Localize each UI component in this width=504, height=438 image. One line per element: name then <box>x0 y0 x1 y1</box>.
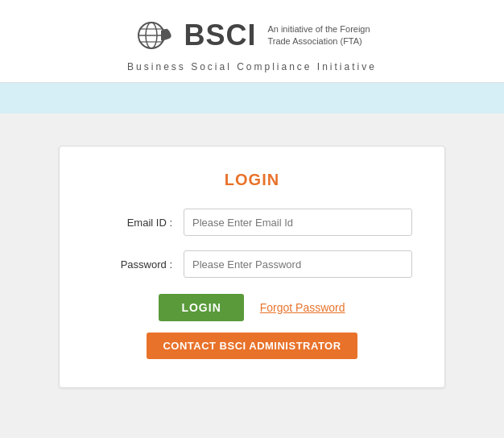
login-button[interactable]: LOGIN <box>159 294 243 321</box>
button-row: LOGIN Forgot Password <box>92 294 412 321</box>
forgot-password-link[interactable]: Forgot Password <box>260 301 345 314</box>
login-title: LOGIN <box>92 171 412 189</box>
bsci-brand-text: BSCI <box>184 19 256 52</box>
main-content: LOGIN Email ID : Password : LOGIN Forgot… <box>0 114 504 420</box>
marquee-text: g to improve performance on 30 July 2016… <box>0 93 504 105</box>
email-row: Email ID : <box>92 209 412 236</box>
bsci-logo-icon <box>134 14 176 56</box>
password-label: Password : <box>92 258 172 271</box>
subtitle: Business Social Compliance Initiative <box>127 61 377 72</box>
tagline-line2: Trade Association (FTA) <box>267 35 370 48</box>
contact-row: CONTACT BSCI ADMINISTRATOR <box>92 333 412 359</box>
header: BSCI An initiative of the Foreign Trade … <box>0 0 504 83</box>
tagline: An initiative of the Foreign Trade Assoc… <box>267 23 370 48</box>
marquee-banner: g to improve performance on 30 July 2016… <box>0 83 504 114</box>
login-box: LOGIN Email ID : Password : LOGIN Forgot… <box>59 146 445 388</box>
logo-icon <box>134 14 176 56</box>
email-label: Email ID : <box>92 217 172 229</box>
email-input[interactable] <box>184 209 412 236</box>
password-input[interactable] <box>184 250 412 278</box>
password-row: Password : <box>92 250 412 278</box>
contact-bsci-admin-button[interactable]: CONTACT BSCI ADMINISTRATOR <box>147 333 357 359</box>
logo-row: BSCI An initiative of the Foreign Trade … <box>134 14 370 56</box>
tagline-line1: An initiative of the Foreign <box>267 23 370 35</box>
